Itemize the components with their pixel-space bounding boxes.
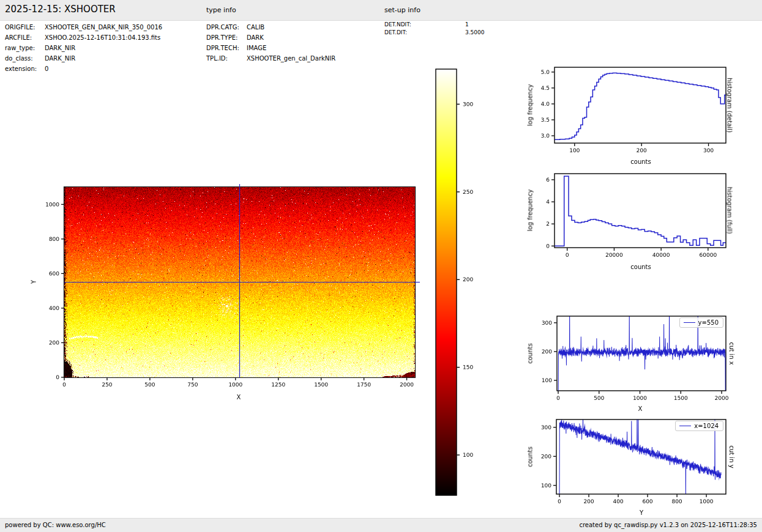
- colorbar: [431, 63, 486, 500]
- meta-value: 1: [465, 21, 469, 28]
- hist-full-y-label: log frequency: [527, 190, 534, 232]
- footer-created-by: created by qc_rawdisp.py v1.2.3 on 2025-…: [579, 522, 757, 528]
- meta-label: ORIGFILE:: [5, 24, 35, 31]
- meta-value: CALIB: [247, 24, 264, 31]
- cut-y-legend-label: x=1024: [694, 423, 719, 429]
- cut-x-legend: y=550: [679, 317, 723, 328]
- histogram-detail-plot: [517, 58, 762, 165]
- meta-label: raw_type:: [5, 45, 35, 51]
- meta-label: ARCFILE:: [5, 34, 32, 41]
- page-title: 2025-12-15: XSHOOTER: [5, 4, 116, 15]
- hist-detail-x-label: counts: [630, 158, 651, 165]
- histogram-full-plot: [517, 164, 762, 272]
- meta-value: XSHOOTER_GEN_DARK_NIR_350_0016: [45, 24, 162, 31]
- hist-full-x-label: counts: [630, 264, 651, 270]
- main-y-axis-label: Y: [31, 280, 37, 284]
- cut-x-y-label: counts: [527, 343, 534, 363]
- main-x-axis-label: X: [237, 394, 241, 401]
- meta-value: 3.5000: [465, 29, 485, 35]
- legend-line-swatch: [679, 426, 691, 426]
- meta-label: DET.DIT:: [384, 29, 407, 35]
- meta-label: DPR.CATG:: [206, 24, 239, 31]
- hist-detail-y-label: log frequency: [527, 84, 534, 127]
- cut-in-x-plot: [517, 307, 762, 414]
- cut-y-x-label: Y: [640, 509, 643, 516]
- meta-label: DET.NDIT:: [384, 21, 411, 28]
- cut-y-y-label: counts: [527, 446, 534, 467]
- meta-value: XSHOOTER_gen_cal_DarkNIR: [247, 55, 335, 62]
- meta-label: do_class:: [5, 55, 33, 62]
- type-info-section-label: type info: [206, 6, 236, 14]
- meta-value: DARK_NIR: [45, 45, 75, 51]
- meta-value: DARK: [247, 34, 264, 41]
- cut-x-legend-label: y=550: [698, 319, 719, 326]
- meta-value: XSHOO.2025-12-16T10:31:04.193.fits: [45, 34, 160, 41]
- qc-report-page: 2025-12-15: XSHOOTER type info set-up in…: [0, 0, 762, 532]
- setup-info-section-label: set-up info: [384, 6, 420, 14]
- hist-detail-right-label: histogram (detail): [727, 78, 733, 133]
- cut-y-legend: x=1024: [675, 421, 723, 431]
- meta-value: 0: [45, 65, 48, 72]
- footer-powered-by: powered by QC: www.eso.org/HC: [5, 522, 106, 528]
- cut-in-y-plot: [517, 410, 762, 517]
- cut-x-right-label: cut in x: [728, 342, 735, 364]
- legend-line-swatch: [684, 322, 695, 323]
- meta-label: DPR.TYPE:: [206, 34, 237, 41]
- meta-label: TPL.ID:: [206, 55, 228, 62]
- meta-label: DPR.TECH:: [206, 45, 239, 51]
- hist-full-right-label: histogram (full): [727, 187, 733, 234]
- raw-image-heatmap: [64, 187, 415, 377]
- cut-y-right-label: cut in y: [728, 445, 735, 468]
- meta-label: extension:: [5, 65, 37, 72]
- meta-value: DARK_NIR: [45, 55, 75, 62]
- meta-value: IMAGE: [247, 45, 266, 51]
